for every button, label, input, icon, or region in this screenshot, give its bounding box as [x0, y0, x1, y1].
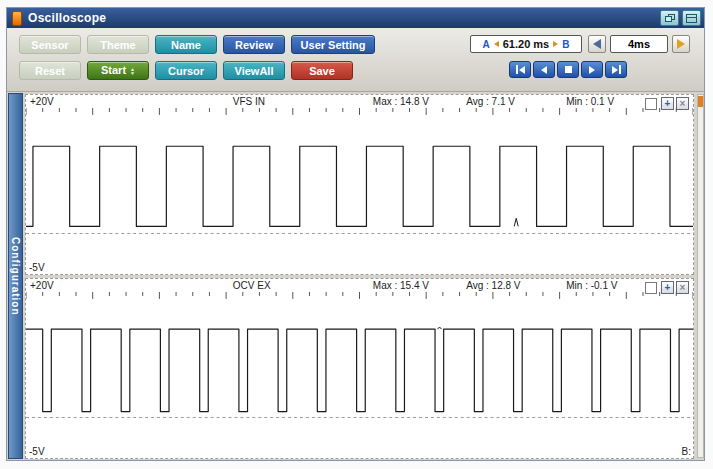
start-stepper-icon: ▲▼ — [130, 67, 135, 75]
oscilloscope-window: Oscilloscope Sensor Theme Name Review Us… — [6, 7, 705, 461]
start-button[interactable]: Start ▲▼ — [87, 61, 149, 80]
cursor-button[interactable]: Cursor — [155, 61, 217, 80]
channel-name: VFS IN — [233, 96, 265, 107]
stop-button[interactable] — [557, 61, 579, 78]
name-button[interactable]: Name — [155, 35, 217, 54]
waveform-ocv-ex — [26, 292, 693, 456]
skip-start-button[interactable] — [509, 61, 531, 78]
review-button[interactable]: Review — [223, 35, 285, 54]
cursor-b-corner-label: B: — [682, 446, 691, 457]
cursor-a-label: A — [483, 39, 490, 50]
voltage-top-label: +20V — [30, 280, 54, 291]
save-button[interactable]: Save — [291, 61, 353, 80]
vertical-scrollbar[interactable] — [697, 94, 704, 458]
toolbar: Sensor Theme Name Review User Setting Re… — [7, 28, 704, 92]
voltage-bottom-label: -5V — [29, 262, 45, 273]
channel-panel-vfs-in: +20V VFS IN Max : 14.8 V Avg : 7.1 V Min… — [25, 94, 694, 275]
right-arrow-icon — [677, 39, 685, 49]
step-back-icon — [541, 66, 547, 74]
play-icon — [589, 66, 595, 74]
transport-controls — [509, 61, 627, 78]
channel-max: Max : 14.8 V — [373, 96, 429, 107]
waveform-vfs-in — [26, 108, 693, 272]
chart-area: +20V VFS IN Max : 14.8 V Avg : 7.1 V Min… — [24, 92, 704, 460]
cursor-b-arrow-icon — [553, 41, 558, 47]
left-arrow-icon — [593, 39, 601, 49]
maximize-window-button[interactable] — [682, 10, 701, 26]
timebase-value[interactable]: 4ms — [610, 35, 668, 53]
configuration-tab[interactable]: Configuration — [8, 93, 23, 459]
stop-icon — [565, 66, 572, 73]
start-button-label: Start — [101, 61, 126, 80]
channel-max: Max : 15.4 V — [373, 280, 429, 291]
voltage-top-label: +20V — [30, 96, 54, 107]
title-bar: Oscilloscope — [7, 8, 704, 28]
channel-panel-ocv-ex: +20V OCV EX Max : 15.4 V Avg : 12.8 V Mi… — [25, 278, 694, 459]
window-title: Oscilloscope — [28, 11, 660, 25]
channel-avg: Avg : 12.8 V — [466, 280, 520, 291]
skip-end-icon — [612, 66, 618, 74]
channel-min: Min : 0.1 V — [566, 96, 614, 107]
main-content: Configuration +20V VFS IN Max : 14.8 V A… — [7, 92, 704, 460]
ab-time-value: 61.20 ms — [503, 38, 549, 50]
reset-button[interactable]: Reset — [19, 61, 81, 80]
timebase-increase-button[interactable] — [672, 35, 690, 53]
app-icon — [12, 11, 22, 26]
restore-icon — [665, 14, 674, 22]
skip-start-icon — [516, 65, 518, 74]
sensor-button[interactable]: Sensor — [19, 35, 81, 54]
cursor-b-label: B — [562, 39, 569, 50]
play-button[interactable] — [581, 61, 603, 78]
restore-window-button[interactable] — [660, 10, 679, 26]
user-setting-button[interactable]: User Setting — [291, 35, 375, 54]
timebase-decrease-button[interactable] — [588, 35, 606, 53]
voltage-bottom-label: -5V — [29, 446, 45, 457]
ab-time-readout[interactable]: A 61.20 ms B — [470, 35, 582, 53]
channel-min: Min : -0.1 V — [566, 280, 617, 291]
skip-end-button[interactable] — [605, 61, 627, 78]
theme-button[interactable]: Theme — [87, 35, 149, 54]
viewall-button[interactable]: ViewAll — [223, 61, 285, 80]
scrollbar-thumb-cursor-b[interactable] — [698, 96, 703, 107]
cursor-a-arrow-icon — [494, 41, 499, 47]
maximize-icon — [686, 14, 697, 23]
channel-avg: Avg : 7.1 V — [466, 96, 515, 107]
step-back-button[interactable] — [533, 61, 555, 78]
channel-name: OCV EX — [233, 280, 271, 291]
